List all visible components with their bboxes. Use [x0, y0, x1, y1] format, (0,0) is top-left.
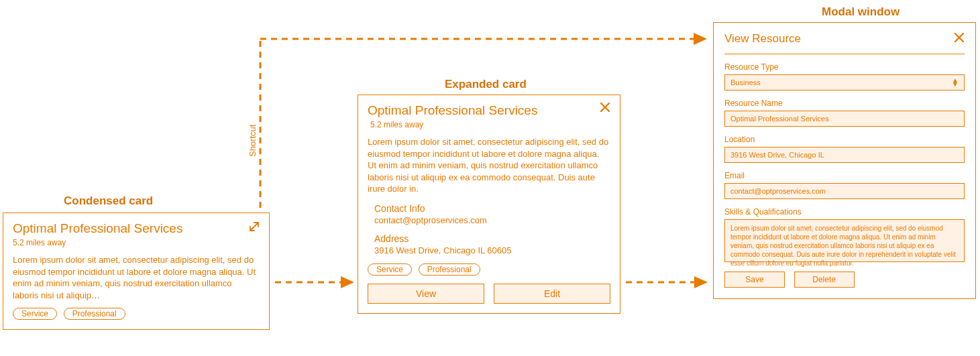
address-label: Address: [374, 233, 610, 244]
modal-header: View Resource: [724, 32, 965, 46]
svg-marker-6: [694, 33, 707, 45]
divider: [724, 54, 965, 54]
arrow-shortcut: [259, 35, 708, 216]
shortcut-label: Shortcut: [248, 125, 258, 157]
contact-info-value: contact@optproservices.com: [374, 215, 610, 225]
condensed-card-label: Condensed card: [64, 194, 153, 208]
skills-textarea[interactable]: Lorem ipsum dolor sit amet, consectetur …: [724, 219, 965, 262]
skills-label: Skills & Qualifications: [724, 207, 965, 217]
resource-type-label: Resource Type: [724, 62, 965, 72]
condensed-distance: 5.2 miles away: [13, 238, 260, 247]
location-value: 3916 West Drive, Chicago IL: [730, 151, 824, 159]
condensed-title: Optimal Professional Services: [13, 221, 260, 236]
location-label: Location: [724, 135, 965, 144]
resource-name-label: Resource Name: [724, 99, 965, 108]
save-button[interactable]: Save: [724, 272, 785, 288]
condensed-tags: Service Professional: [13, 308, 260, 320]
svg-marker-3: [694, 276, 708, 288]
resource-name-value: Optimal Professional Services: [730, 115, 829, 123]
edit-button[interactable]: Edit: [494, 284, 610, 304]
view-button[interactable]: View: [368, 284, 484, 304]
condensed-card[interactable]: Optimal Professional Services 5.2 miles …: [3, 213, 270, 330]
resource-type-select[interactable]: Business ▲▼: [724, 74, 965, 91]
tag-professional: Professional: [64, 308, 125, 320]
arrow-expanded-to-modal: [626, 275, 708, 290]
expanded-tags: Service Professional: [368, 263, 610, 276]
arrow-condensed-to-expanded: [275, 275, 354, 290]
condensed-description: Lorem ipsum dolor sit amet, consectetur …: [13, 254, 260, 301]
close-icon[interactable]: [954, 32, 965, 46]
email-value: contact@optproservices.com: [730, 187, 826, 195]
tag-professional: Professional: [419, 263, 480, 276]
expand-icon[interactable]: [249, 221, 260, 235]
skills-value: Lorem ipsum dolor sit amet, consectetur …: [730, 225, 956, 267]
modal-window-label: Modal window: [822, 5, 900, 19]
location-input[interactable]: 3916 West Drive, Chicago IL: [724, 147, 965, 163]
tag-service: Service: [13, 308, 57, 320]
resource-type-value: Business: [730, 78, 761, 86]
resource-name-input[interactable]: Optimal Professional Services: [724, 111, 965, 127]
tag-service: Service: [368, 263, 412, 276]
chevron-sort-icon: ▲▼: [952, 78, 959, 86]
modal-window: View Resource Resource Type Business ▲▼ …: [713, 22, 976, 299]
svg-marker-1: [341, 276, 354, 288]
delete-button[interactable]: Delete: [794, 272, 855, 288]
email-label: Email: [724, 171, 965, 180]
email-input[interactable]: contact@optproservices.com: [724, 183, 965, 199]
address-value: 3916 West Drive, Chicago IL 60605: [374, 245, 610, 255]
